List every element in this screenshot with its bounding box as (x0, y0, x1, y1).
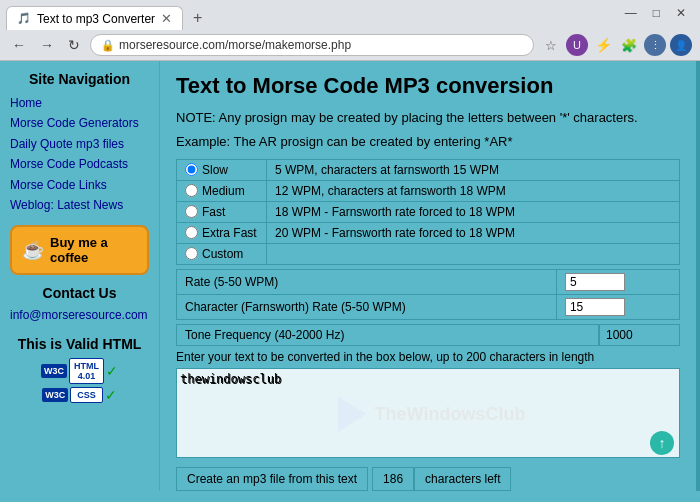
sidebar-link-home[interactable]: Home (10, 93, 149, 113)
sidebar: Site Navigation Home Morse Code Generato… (0, 61, 160, 491)
refresh-button[interactable]: ↻ (64, 35, 84, 55)
chars-left-label: characters left (414, 467, 511, 491)
css-checkmark: ✓ (105, 387, 117, 403)
speed-radio-extrafast[interactable] (185, 226, 198, 239)
rate-label: Rate (5-50 WPM) (177, 269, 557, 294)
lock-icon: 🔒 (101, 39, 115, 52)
tone-row: Tone Frequency (40-2000 Hz) (176, 324, 680, 346)
forward-button[interactable]: → (36, 35, 58, 55)
tab-icon: 🎵 (17, 12, 31, 25)
sidebar-link-generators[interactable]: Morse Code Generators (10, 113, 149, 133)
coffee-icon: ☕ (22, 239, 44, 261)
example-text: Example: The AR prosign can be created b… (176, 134, 680, 149)
speed-desc-fast: 18 WPM - Farnsworth rate forced to 18 WP… (267, 201, 680, 222)
sidebar-link-daily[interactable]: Daily Quote mp3 files (10, 134, 149, 154)
tone-label: Tone Frequency (40-2000 Hz) (177, 325, 599, 345)
speed-row-custom: Custom (177, 243, 680, 264)
speed-label-extrafast: Extra Fast (202, 226, 257, 240)
text-input[interactable] (176, 368, 680, 458)
menu-icon[interactable]: ⋮ (644, 34, 666, 56)
speed-radio-medium[interactable] (185, 184, 198, 197)
speed-row-extrafast: Extra Fast 20 WPM - Farnsworth rate forc… (177, 222, 680, 243)
speed-radio-custom[interactable] (185, 247, 198, 260)
speed-label-custom: Custom (202, 247, 243, 261)
speed-label-slow: Slow (202, 163, 228, 177)
valid-html-section: This is Valid HTML W3C HTML4.01 ✓ W3C CS… (10, 336, 149, 403)
new-tab-button[interactable]: + (187, 7, 208, 29)
contact-section: Contact Us info@morseresource.com (10, 285, 149, 325)
speed-desc-medium: 12 WPM, characters at farnsworth 18 WPM (267, 180, 680, 201)
active-tab[interactable]: 🎵 Text to mp3 Converter ✕ (6, 6, 183, 30)
text-area-wrapper: TheWindowsClub thewindowsclub ↑ (176, 368, 680, 461)
scroll-to-top-btn[interactable]: ↑ (650, 431, 674, 455)
buy-coffee-label: Buy me a coffee (50, 235, 137, 265)
bottom-row: Create an mp3 file from this text 186 ch… (176, 467, 680, 491)
page-heading: Text to Morse Code MP3 conversion (176, 73, 680, 99)
close-btn[interactable]: ✕ (672, 4, 690, 22)
sidebar-link-links[interactable]: Morse Code Links (10, 175, 149, 195)
extension2-icon[interactable]: 🧩 (618, 34, 640, 56)
buy-coffee-button[interactable]: ☕ Buy me a coffee (10, 225, 149, 275)
contact-email[interactable]: info@morseresource.com (10, 305, 149, 325)
maximize-btn[interactable]: □ (649, 4, 664, 22)
speed-row-slow: Slow 5 WPM, characters at farnsworth 15 … (177, 159, 680, 180)
profile-icon-u[interactable]: U (566, 34, 588, 56)
sidebar-links: Home Morse Code Generators Daily Quote m… (10, 93, 149, 215)
extension-icon[interactable]: ⚡ (592, 34, 614, 56)
sidebar-link-podcasts[interactable]: Morse Code Podcasts (10, 154, 149, 174)
tab-title: Text to mp3 Converter (37, 12, 155, 26)
valid-html-heading: This is Valid HTML (10, 336, 149, 352)
html-badge: HTML4.01 (69, 358, 104, 384)
back-button[interactable]: ← (8, 35, 30, 55)
speed-label-fast: Fast (202, 205, 225, 219)
enter-text-label: Enter your text to be converted in the b… (176, 350, 680, 364)
right-border (696, 61, 700, 491)
user-avatar[interactable]: 👤 (670, 34, 692, 56)
char-count: 186 (372, 467, 414, 491)
minimize-btn[interactable]: — (621, 4, 641, 22)
url-text: morseresource.com/morse/makemorse.php (119, 38, 351, 52)
rate-input[interactable] (565, 273, 625, 291)
speed-options-table: Slow 5 WPM, characters at farnsworth 15 … (176, 159, 680, 265)
char-rate-label: Character (Farnsworth) Rate (5-50 WPM) (177, 294, 557, 319)
tab-close-btn[interactable]: ✕ (161, 11, 172, 26)
speed-radio-fast[interactable] (185, 205, 198, 218)
speed-row-medium: Medium 12 WPM, characters at farnsworth … (177, 180, 680, 201)
speed-desc-extrafast: 20 WPM - Farnsworth rate forced to 18 WP… (267, 222, 680, 243)
note-text: NOTE: Any prosign may be created by plac… (176, 109, 680, 127)
speed-desc-custom (267, 243, 680, 264)
char-rate-input[interactable] (565, 298, 625, 316)
speed-label-medium: Medium (202, 184, 245, 198)
speed-radio-slow[interactable] (185, 163, 198, 176)
rate-settings-table: Rate (5-50 WPM) Character (Farnsworth) R… (176, 269, 680, 320)
sidebar-link-weblog[interactable]: Weblog: Latest News (10, 195, 149, 215)
nav-heading: Site Navigation (10, 71, 149, 87)
address-bar[interactable]: 🔒 morseresource.com/morse/makemorse.php (90, 34, 534, 56)
html-checkmark: ✓ (106, 363, 118, 379)
css-badge: CSS (70, 387, 103, 403)
w3c-label2: W3C (42, 388, 68, 402)
window-controls: — □ ✕ (621, 4, 690, 22)
w3c-label: W3C (41, 364, 67, 378)
contact-heading: Contact Us (10, 285, 149, 301)
rate-row: Rate (5-50 WPM) (177, 269, 680, 294)
speed-row-fast: Fast 18 WPM - Farnsworth rate forced to … (177, 201, 680, 222)
main-content: Text to Morse Code MP3 conversion NOTE: … (160, 61, 696, 491)
speed-desc-slow: 5 WPM, characters at farnsworth 15 WPM (267, 159, 680, 180)
create-mp3-button[interactable]: Create an mp3 file from this text (176, 467, 368, 491)
tone-input[interactable] (599, 325, 679, 345)
char-rate-row: Character (Farnsworth) Rate (5-50 WPM) (177, 294, 680, 319)
bookmark-icon[interactable]: ☆ (540, 34, 562, 56)
